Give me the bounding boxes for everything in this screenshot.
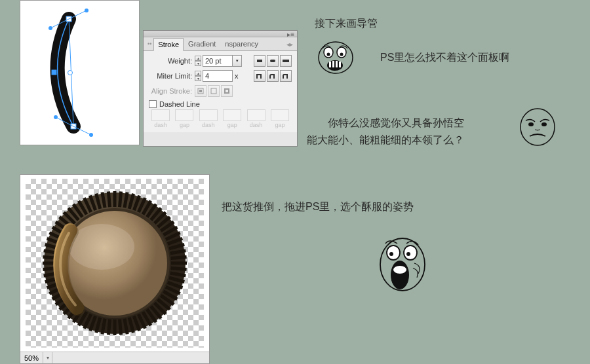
svg-rect-3 [52, 70, 56, 75]
weight-label: Weight: [149, 57, 192, 65]
tab-gradient[interactable]: Gradient [184, 37, 220, 50]
dashed-checkbox[interactable] [149, 100, 157, 108]
annotation-3: 你特么没感觉你又具备孙悟空 [328, 117, 464, 130]
gap-input-1 [175, 109, 193, 121]
svg-line-42 [171, 268, 187, 269]
dial-graphic [36, 185, 193, 342]
align-center-icon [195, 85, 206, 97]
cap-butt-icon[interactable] [254, 55, 266, 67]
svg-line-112 [171, 257, 187, 258]
svg-rect-13 [257, 60, 262, 62]
svg-point-4 [68, 71, 72, 75]
svg-rect-14 [270, 60, 275, 62]
miter-label: Miter Limit: [149, 72, 192, 80]
rage-face-shocked [316, 41, 355, 76]
zoom-bar: 50% ▾ [20, 352, 209, 363]
svg-line-94 [108, 191, 109, 207]
cap-round-icon[interactable] [267, 55, 279, 67]
rage-face-lol [376, 237, 429, 296]
align-stroke-label: Align Stroke: [149, 87, 192, 95]
photoshop-canvas-bottom: 50% ▾ [20, 174, 210, 364]
svg-point-10 [49, 26, 52, 30]
svg-point-23 [327, 53, 330, 56]
zoom-dropdown[interactable]: ▾ [43, 352, 52, 363]
svg-point-35 [404, 246, 417, 260]
dash-input-3 [247, 109, 266, 121]
svg-rect-29 [339, 62, 341, 67]
svg-rect-19 [225, 89, 229, 93]
miter-unit: x [235, 72, 239, 80]
svg-point-115 [69, 224, 134, 270]
dock-icon[interactable]: •• [148, 41, 151, 47]
miter-row: Miter Limit: ▴▾ 4 x [149, 70, 292, 82]
svg-rect-26 [329, 62, 331, 67]
svg-point-22 [337, 47, 346, 58]
svg-rect-18 [211, 88, 216, 94]
weight-dropdown[interactable]: ▾ [233, 55, 242, 67]
annotation-5: 把这货推倒，拖进PS里，选个酥服的姿势 [222, 200, 414, 214]
miter-spinner[interactable]: ▴▾ [195, 71, 201, 81]
dashed-label: Dashed Line [159, 100, 200, 108]
svg-point-21 [324, 47, 333, 58]
svg-point-32 [541, 122, 547, 126]
svg-point-39 [393, 266, 406, 274]
cap-projecting-icon[interactable] [280, 55, 292, 67]
svg-point-38 [391, 261, 409, 289]
panel-menu-icon[interactable]: ▸≡ [287, 31, 294, 38]
svg-rect-28 [336, 61, 338, 67]
annotation-1: 接下来画导管 [315, 17, 378, 31]
zoom-value[interactable]: 50% [20, 352, 43, 363]
join-round-icon[interactable] [267, 70, 279, 82]
artboard[interactable] [20, 2, 139, 143]
join-bevel-icon[interactable] [280, 70, 292, 82]
panel-titlebar[interactable]: ▸≡ [144, 31, 297, 37]
align-stroke-row: Align Stroke: [149, 85, 292, 97]
svg-rect-27 [332, 61, 334, 67]
panel-body: Weight: ▴▾ 20 pt ▾ Miter Limit: ▴▾ 4 x A… [144, 51, 297, 132]
align-outside-icon [221, 85, 233, 97]
panel-close-icon[interactable]: ◂▸ [286, 41, 293, 48]
svg-rect-17 [199, 90, 202, 92]
svg-point-37 [406, 252, 410, 256]
panel-tabs: •• Stroke Gradient nsparency ◂▸ [144, 37, 297, 51]
svg-line-58 [119, 319, 121, 335]
svg-point-34 [387, 246, 400, 260]
weight-spinner[interactable]: ▴▾ [195, 56, 201, 66]
dashed-line-row: Dashed Line [149, 100, 292, 108]
align-inside-icon [208, 85, 220, 97]
annotation-4: 能大能小、能粗能细的本领了么？ [307, 134, 464, 147]
annotation-2: PS里怎么找不着这个面板啊 [380, 51, 509, 65]
rage-face-annoyed [518, 107, 557, 148]
svg-line-60 [108, 319, 109, 335]
svg-point-36 [389, 252, 393, 256]
svg-point-9 [85, 9, 88, 12]
svg-rect-15 [283, 60, 289, 62]
weight-input[interactable]: 20 pt [203, 55, 233, 67]
svg-point-12 [54, 115, 58, 119]
weight-row: Weight: ▴▾ 20 pt ▾ [149, 55, 292, 67]
tab-stroke[interactable]: Stroke [153, 38, 184, 51]
svg-point-30 [521, 109, 555, 145]
curve-path-shape[interactable] [37, 7, 123, 138]
artwork-area[interactable] [26, 179, 204, 348]
join-miter-icon[interactable] [254, 70, 266, 82]
dash-input-1 [151, 109, 170, 121]
svg-point-11 [89, 133, 93, 137]
svg-line-96 [119, 191, 121, 207]
illustrator-canvas-top [20, 0, 140, 145]
dash-gap-inputs: dash gap dash gap dash gap [149, 109, 292, 128]
miter-input[interactable]: 4 [203, 70, 233, 82]
tab-transparency[interactable]: nsparency [220, 37, 263, 50]
dash-input-2 [199, 109, 218, 121]
svg-point-31 [528, 122, 534, 126]
gap-input-2 [223, 109, 241, 121]
gap-input-3 [271, 109, 289, 121]
stroke-panel: ▸≡ •• Stroke Gradient nsparency ◂▸ Weigh… [143, 30, 298, 147]
svg-point-24 [340, 53, 344, 56]
